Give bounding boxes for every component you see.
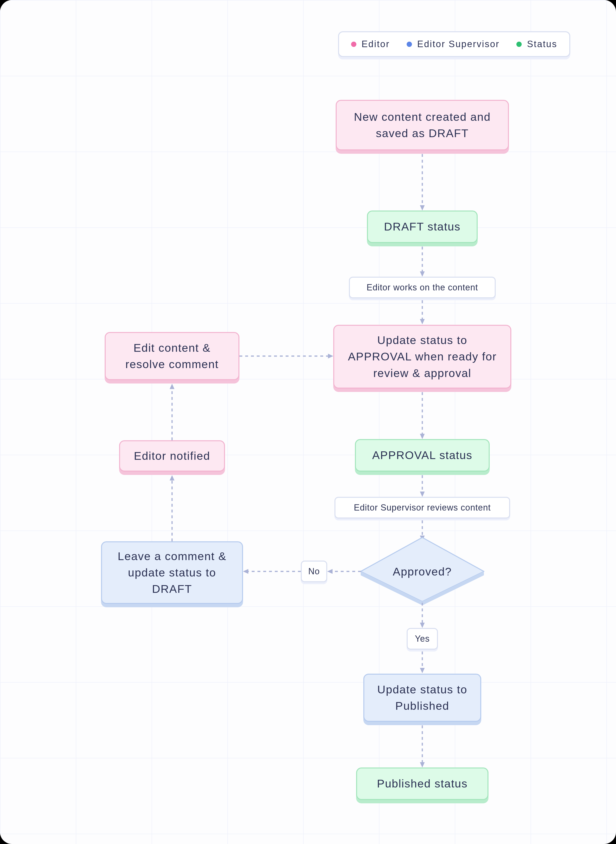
legend-item-editor: Editor — [351, 39, 390, 49]
label-yes: Yes — [407, 628, 438, 650]
svg-marker-21 — [243, 569, 248, 574]
node-text: Approved? — [393, 565, 452, 578]
svg-marker-11 — [170, 384, 175, 389]
arrow-decision-to-no — [327, 569, 361, 574]
node-text: Yes — [415, 633, 430, 645]
svg-marker-27 — [420, 668, 425, 673]
label-no: No — [301, 561, 327, 582]
arrow-new-to-draft — [420, 154, 425, 211]
legend-dot-editor — [351, 42, 356, 47]
arrow-decision-to-yes — [420, 603, 425, 628]
node-edit-resolve: Edit content & resolve comment — [105, 332, 239, 380]
node-draft-status: DRAFT status — [367, 211, 478, 243]
arrow-approval-to-review-label — [420, 475, 425, 497]
legend-label: Editor — [362, 39, 390, 49]
arrow-label-to-approval-update — [420, 300, 425, 324]
background-grid — [0, 0, 616, 844]
node-text: Leave a comment & update status to DRAFT — [111, 548, 232, 597]
node-text: Editor notified — [134, 448, 210, 464]
arrow-no-to-comment — [243, 569, 301, 574]
node-text: Editor works on the content — [367, 281, 478, 294]
svg-marker-23 — [170, 475, 175, 481]
svg-marker-29 — [420, 762, 425, 768]
arrow-update-to-approval-status — [420, 392, 425, 439]
node-text: Edit content & resolve comment — [115, 340, 229, 372]
legend-label: Status — [527, 39, 557, 49]
legend-item-supervisor: Editor Supervisor — [407, 39, 500, 49]
node-editor-notified: Editor notified — [119, 440, 225, 472]
svg-marker-5 — [420, 319, 425, 324]
legend-item-status: Status — [516, 39, 557, 49]
node-text: Editor Supervisor reviews content — [354, 501, 491, 514]
legend-dot-supervisor — [407, 42, 412, 47]
legend-label: Editor Supervisor — [417, 39, 500, 49]
arrow-publish-to-published — [420, 725, 425, 768]
node-text: Update status to APPROVAL when ready for… — [344, 332, 501, 381]
svg-marker-3 — [420, 271, 425, 277]
node-text: DRAFT status — [384, 218, 461, 235]
arrow-draft-to-label — [420, 247, 425, 277]
node-decision-approved: Approved? — [360, 536, 485, 606]
legend-dot-status — [516, 42, 522, 47]
arrow-edit-to-update — [239, 354, 333, 359]
legend: Editor Editor Supervisor Status — [338, 31, 570, 57]
node-published-status: Published status — [356, 768, 488, 800]
node-update-published: Update status to Published — [363, 674, 481, 722]
svg-marker-9 — [420, 434, 425, 439]
svg-marker-13 — [420, 492, 425, 497]
flowchart-canvas: Editor Editor Supervisor Status New cont… — [0, 0, 616, 844]
label-supervisor-reviews: Editor Supervisor reviews content — [334, 497, 510, 519]
svg-marker-7 — [328, 354, 333, 359]
node-approval-status: APPROVAL status — [355, 439, 490, 472]
node-text: APPROVAL status — [372, 447, 472, 463]
arrow-notified-to-edit — [170, 384, 175, 440]
svg-marker-1 — [420, 205, 425, 211]
node-text: Published status — [377, 775, 468, 792]
node-text: New content created and saved as DRAFT — [346, 109, 498, 141]
label-editor-works: Editor works on the content — [349, 277, 496, 298]
node-text: Update status to Published — [374, 681, 471, 714]
arrow-yes-to-publish — [420, 652, 425, 673]
svg-marker-19 — [327, 569, 333, 574]
node-leave-comment: Leave a comment & update status to DRAFT — [101, 541, 243, 604]
arrow-comment-to-notified — [170, 475, 175, 541]
node-update-approval: Update status to APPROVAL when ready for… — [333, 325, 511, 388]
node-new-content: New content created and saved as DRAFT — [336, 100, 509, 150]
node-text: No — [308, 565, 320, 578]
svg-marker-25 — [420, 623, 425, 628]
